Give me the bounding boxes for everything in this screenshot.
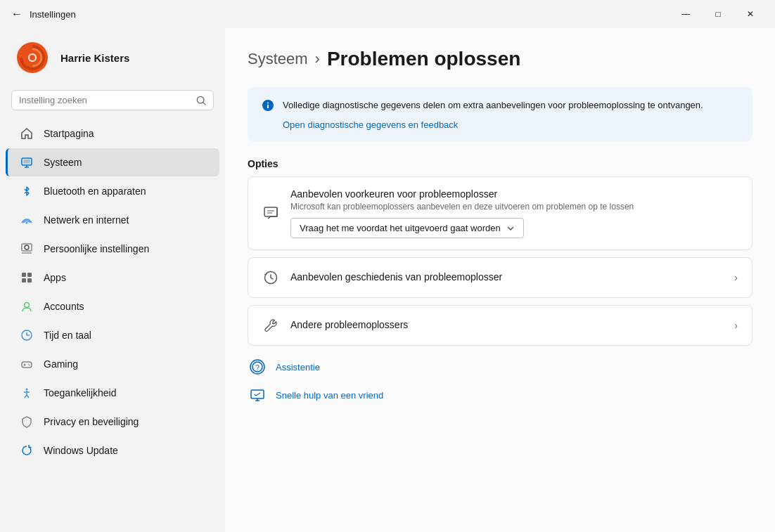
option-item-andere[interactable]: Andere probleemoplossers › <box>248 306 752 345</box>
search-input[interactable] <box>19 95 191 105</box>
option-title-geschiedenis: Aanbevolen geschiedenis van probleemoplo… <box>290 271 723 283</box>
info-banner-row: Volledige diagnostische gegevens delen o… <box>262 98 738 112</box>
sidebar-label-bluetooth: Bluetooth en apparaten <box>44 186 146 197</box>
option-card-andere: Andere probleemoplossers › <box>248 305 752 346</box>
gaming-icon <box>20 357 34 371</box>
info-banner-text: Volledige diagnostische gegevens delen o… <box>283 98 703 112</box>
system-icon <box>20 155 34 169</box>
svg-line-31 <box>27 395 29 398</box>
sidebar-item-netwerk[interactable]: Netwerk en internet <box>6 206 219 234</box>
info-icon <box>262 99 274 112</box>
breadcrumb-separator: › <box>315 50 320 68</box>
sidebar-item-persoonlijk[interactable]: Persoonlijke instellingen <box>6 235 219 263</box>
personalize-icon <box>20 242 34 256</box>
sidebar-label-systeem: Systeem <box>44 157 82 168</box>
snelle-hulp-label: Snelle hulp van een vriend <box>276 390 383 401</box>
option-title-aanbevolen-voorkeuren: Aanbevolen voorkeuren voor probleemoplos… <box>290 188 738 200</box>
dropdown-label: Vraag het me voordat het uitgevoerd gaat… <box>300 223 501 233</box>
sidebar-item-update[interactable]: Windows Update <box>6 436 219 465</box>
section-title: Opties <box>248 158 752 169</box>
option-item-geschiedenis[interactable]: Aanbevolen geschiedenis van probleemoplo… <box>248 258 752 297</box>
main-content: Systeem › Problemen oplossen Volledige d… <box>225 28 775 532</box>
sidebar-item-startpagina[interactable]: Startpagina <box>6 119 219 148</box>
svg-point-34 <box>267 103 269 104</box>
sidebar-item-toegankelijkheid[interactable]: Toegankelijkheid <box>6 379 219 407</box>
update-icon <box>20 443 34 458</box>
svg-point-26 <box>29 365 30 366</box>
breadcrumb-current: Problemen oplossen <box>327 48 520 70</box>
sidebar-item-tijd[interactable]: Tijd en taal <box>6 321 219 349</box>
svg-rect-14 <box>22 273 26 277</box>
breadcrumb-parent: Systeem <box>248 50 308 68</box>
dropdown-button-voorkeuren[interactable]: Vraag het me voordat het uitgevoerd gaat… <box>290 218 524 238</box>
apps-icon <box>20 271 34 285</box>
option-card-geschiedenis: Aanbevolen geschiedenis van probleemoplo… <box>248 257 752 298</box>
option-content-aanbevolen: Aanbevolen voorkeuren voor probleemoplos… <box>290 188 738 239</box>
svg-rect-9 <box>24 160 30 164</box>
sidebar-label-tijd: Tijd en taal <box>44 330 91 341</box>
svg-point-27 <box>26 389 28 391</box>
diagnostics-link[interactable]: Open diagnostische gegevens en feedback <box>283 119 738 130</box>
sidebar-label-gaming: Gaming <box>44 358 78 370</box>
sidebar-label-apps: Apps <box>44 272 66 283</box>
sidebar-item-apps[interactable]: Apps <box>6 264 219 292</box>
help-link-snelle-hulp[interactable]: Snelle hulp van een vriend <box>248 385 752 405</box>
history-icon <box>262 269 279 286</box>
sidebar-label-privacy: Privacy en beveiliging <box>44 416 139 427</box>
assistentie-label: Assistentie <box>276 362 320 372</box>
sidebar: Harrie Kisters Startpagina <box>0 28 225 532</box>
maximize-button[interactable]: □ <box>702 3 734 25</box>
svg-text:?: ? <box>255 364 260 372</box>
sidebar-item-privacy[interactable]: Privacy en beveiliging <box>6 408 219 436</box>
titlebar-left: ← Instellingen <box>11 8 76 20</box>
help-link-assistentie[interactable]: ? Assistentie <box>248 357 752 377</box>
svg-point-13 <box>25 245 29 249</box>
question-icon: ? <box>248 357 267 377</box>
back-icon[interactable]: ← <box>11 8 23 20</box>
sidebar-item-bluetooth[interactable]: Bluetooth en apparaten <box>6 177 219 205</box>
minimize-button[interactable]: — <box>670 3 702 25</box>
sidebar-label-toegankelijkheid: Toegankelijkheid <box>44 387 117 398</box>
option-description-aanbevolen: Microsoft kan probleemoplossers aanbevel… <box>290 201 738 213</box>
svg-rect-12 <box>22 252 32 254</box>
search-bar[interactable] <box>11 90 214 110</box>
help-links: ? Assistentie Snelle hulp van een vriend <box>248 357 752 405</box>
sidebar-item-gaming[interactable]: Gaming <box>6 350 219 378</box>
accessibility-icon <box>20 386 34 400</box>
sidebar-label-startpagina: Startpagina <box>44 128 94 139</box>
svg-rect-15 <box>27 273 32 277</box>
chevron-down-icon <box>506 224 515 233</box>
wrench-icon <box>262 317 279 334</box>
app-container: Harrie Kisters Startpagina <box>0 28 775 532</box>
option-title-andere: Andere probleemoplossers <box>290 319 723 330</box>
sidebar-item-systeem[interactable]: Systeem <box>6 148 219 176</box>
svg-rect-22 <box>22 362 32 368</box>
svg-rect-17 <box>27 278 32 283</box>
sidebar-item-accounts[interactable]: Accounts <box>6 292 219 320</box>
accounts-icon <box>20 299 34 313</box>
search-icon <box>196 96 206 105</box>
avatar <box>14 39 51 76</box>
sidebar-label-accounts: Accounts <box>44 301 84 312</box>
svg-point-10 <box>26 222 28 224</box>
sidebar-label-persoonlijk: Persoonlijke instellingen <box>44 243 149 254</box>
close-button[interactable]: ✕ <box>734 3 767 25</box>
profile-section: Harrie Kisters <box>0 28 225 90</box>
titlebar-title: Instellingen <box>30 9 76 20</box>
svg-rect-35 <box>264 207 277 216</box>
home-icon <box>20 126 34 141</box>
option-card-aanbevolen: Aanbevolen voorkeuren voor probleemoplos… <box>248 176 752 251</box>
sidebar-label-netwerk: Netwerk en internet <box>44 214 129 226</box>
breadcrumb: Systeem › Problemen oplossen <box>248 48 752 70</box>
option-content-andere: Andere probleemoplossers <box>290 319 723 332</box>
screen-icon <box>248 385 267 405</box>
profile-name: Harrie Kisters <box>60 52 129 64</box>
svg-point-3 <box>30 55 35 60</box>
svg-rect-16 <box>22 278 26 283</box>
svg-line-5 <box>203 102 206 105</box>
option-item-aanbevolen-voorkeuren[interactable]: Aanbevolen voorkeuren voor probleemoplos… <box>248 177 752 250</box>
time-icon <box>20 328 34 342</box>
chevron-right-icon-andere: › <box>734 320 738 331</box>
svg-line-47 <box>255 394 256 396</box>
titlebar-controls: — □ ✕ <box>670 3 767 25</box>
